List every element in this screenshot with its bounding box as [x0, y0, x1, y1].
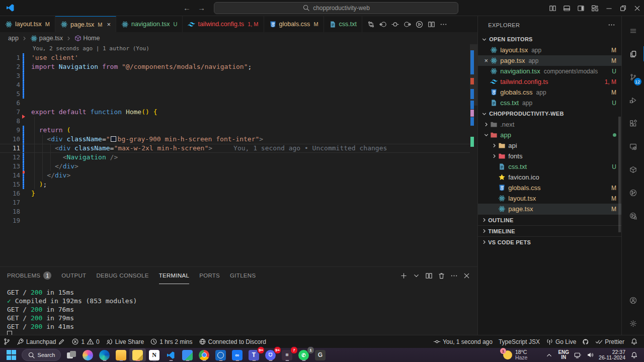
split-editor-button[interactable]	[545, 0, 559, 16]
tree-item-globals.css[interactable]: globals.cssM	[478, 183, 621, 193]
hidden-icons-chevron-icon[interactable]	[545, 351, 553, 359]
breadcrumb-item[interactable]: app	[8, 35, 19, 42]
tab-page.tsx[interactable]: page.tsxM×	[55, 16, 116, 32]
explorer-icon[interactable]	[622, 42, 644, 65]
weather-widget[interactable]: 118°CHaze	[503, 349, 528, 360]
open-editor-css.txt[interactable]: css.txtappU	[478, 98, 621, 108]
section-timeline[interactable]: TIMELINE	[478, 225, 621, 236]
taskbar-chrome-icon[interactable]	[196, 348, 212, 361]
taskbar-start-icon[interactable]	[3, 348, 20, 361]
command-center-search[interactable]: chopproductivity-web	[214, 2, 458, 14]
tab-layout.tsx[interactable]: layout.tsxM	[0, 16, 55, 32]
customize-layout-button[interactable]	[588, 0, 602, 16]
taskbar-task-view-icon[interactable]	[63, 348, 79, 361]
statusbar-problems[interactable]: 10	[68, 335, 102, 348]
statusbar-blame[interactable]: You, 1 second ago	[430, 335, 496, 348]
run-and-debug-icon[interactable]	[622, 88, 644, 112]
close-tab-icon[interactable]: ×	[107, 21, 111, 28]
extensions-icon[interactable]	[622, 112, 644, 135]
statusbar-github[interactable]	[579, 335, 592, 348]
split-editor-icon[interactable]	[428, 21, 435, 28]
taskbar-google-app-icon[interactable]	[179, 348, 196, 361]
split-terminal-icon[interactable]	[425, 272, 433, 280]
nav-back-icon[interactable]	[379, 21, 387, 28]
tree-item-favicon.ico[interactable]: favicon.ico	[478, 172, 621, 183]
open-editor-navigation.tsx[interactable]: navigation.tsxcomponents\modalsU	[478, 66, 621, 76]
open-editor-page.tsx[interactable]: ×page.tsxappM	[478, 55, 621, 66]
accounts-icon[interactable]	[622, 289, 644, 312]
section-vs-code-pets[interactable]: VS CODE PETS	[478, 236, 621, 247]
panel-tab-output[interactable]: OUTPUT	[61, 267, 86, 284]
breadcrumb-item[interactable]: Home	[83, 35, 100, 42]
more-icon[interactable]	[440, 21, 447, 28]
statusbar-language-mode[interactable]: TypeScript JSX	[496, 335, 543, 348]
nav-forward-icon[interactable]	[404, 21, 411, 28]
history-forward-icon[interactable]: →	[198, 4, 205, 12]
tab-navigation.tsx[interactable]: navigation.tsxU	[116, 16, 183, 32]
close-panel-icon[interactable]	[463, 272, 470, 280]
taskbar-meta-icon[interactable]: ∞	[229, 348, 246, 361]
statusbar-live-share[interactable]: Live Share	[103, 335, 147, 348]
tree-item-.next[interactable]: .next	[478, 119, 621, 130]
taskbar-clock-app-icon[interactable]	[212, 348, 229, 361]
taskbar-edge-icon[interactable]	[96, 348, 113, 361]
tab-tailwind.config.ts[interactable]: tailwind.config.ts1, M	[183, 16, 264, 32]
compare-changes-icon[interactable]	[367, 21, 375, 28]
terminal-dropdown-icon[interactable]	[413, 272, 420, 280]
kill-terminal-icon[interactable]	[438, 272, 445, 280]
taskbar-sticky-notes-icon[interactable]	[129, 348, 146, 361]
tree-item-api[interactable]: api	[478, 140, 621, 151]
breadcrumb-item[interactable]: page.tsx	[39, 35, 63, 42]
taskbar-gog-icon[interactable]: G	[312, 348, 329, 361]
toggle-secondary-sidebar-button[interactable]	[574, 0, 588, 16]
panel-tab-debug-console[interactable]: DEBUG CONSOLE	[96, 267, 148, 284]
volume-icon[interactable]	[587, 351, 594, 358]
settings-icon[interactable]	[622, 312, 644, 335]
tree-item-app[interactable]: app	[478, 130, 621, 140]
taskbar-teams-icon[interactable]: T9+	[246, 348, 262, 361]
open-editor-layout.tsx[interactable]: layout.tsxappM	[478, 45, 621, 55]
more-icon[interactable]	[450, 272, 458, 280]
toggle-panel-button[interactable]	[559, 0, 574, 16]
close-editor-icon[interactable]: ×	[482, 57, 490, 64]
tree-item-layout.tsx[interactable]: layout.tsxM	[478, 193, 621, 204]
menu-icon[interactable]	[622, 19, 644, 42]
minimize-button[interactable]	[602, 0, 616, 16]
statusbar-session-time[interactable]: 1 hrs 2 mins	[147, 335, 195, 348]
tab-css.txt[interactable]: css.txt	[324, 16, 362, 32]
open-editor-tailwind.config.ts[interactable]: tailwind.config.ts1, M	[478, 76, 621, 87]
tree-item-fonts[interactable]: fonts	[478, 151, 621, 161]
taskbar-vscode-icon[interactable]	[163, 348, 179, 361]
statusbar-launchpad[interactable]: Launchpad	[14, 335, 68, 348]
statusbar-prettier[interactable]: Prettier	[592, 335, 627, 348]
gitlens-icon[interactable]	[622, 181, 644, 204]
terminal-output[interactable]: GET / 200 in 15ms✓ Compiled in 192ms (85…	[0, 284, 477, 339]
statusbar-gitlens-status[interactable]	[0, 335, 14, 348]
taskbar-slack-icon[interactable]: ⌗7	[279, 348, 295, 361]
tree-item-page.tsx[interactable]: page.tsxM	[478, 204, 621, 214]
notification-bell-icon[interactable]	[630, 351, 638, 359]
taskbar-copilot-icon[interactable]	[79, 348, 96, 361]
close-button[interactable]	[630, 0, 644, 16]
language-indicator[interactable]: ENGIN	[558, 350, 569, 360]
panel-tab-gitlens[interactable]: GITLENS	[230, 267, 256, 284]
breadcrumb[interactable]: apppage.tsxHome	[0, 32, 477, 44]
statusbar-go-live[interactable]: Go Live	[543, 335, 579, 348]
remote-explorer-icon[interactable]	[622, 135, 644, 158]
new-terminal-icon[interactable]	[400, 272, 408, 280]
section-outline[interactable]: OUTLINE	[478, 214, 621, 225]
gitlens-inspect-icon[interactable]	[622, 204, 644, 227]
codelens-blame[interactable]: You, 2 seconds ago | 1 author (You)	[33, 45, 149, 52]
taskbar-discord-icon[interactable]: ᗜ9+	[262, 348, 279, 361]
taskbar-notion-icon[interactable]: N	[146, 348, 163, 361]
statusbar-discord[interactable]: Connected to Discord	[196, 335, 269, 348]
tab-globals.css[interactable]: globals.cssM	[264, 16, 324, 32]
clock-datetime[interactable]: 22:3726-11-2024	[599, 349, 625, 360]
run-code-icon[interactable]	[416, 21, 423, 28]
nav-dot-icon[interactable]	[391, 21, 399, 28]
taskbar-search[interactable]: Search	[22, 349, 61, 361]
source-control-icon[interactable]: 12	[622, 65, 644, 88]
workspace-header[interactable]: CHOPPRODUCTIVITY-WEB	[478, 108, 621, 119]
panel-tab-terminal[interactable]: TERMINAL	[159, 267, 190, 284]
open-editors-header[interactable]: OPEN EDITORS	[478, 34, 621, 45]
